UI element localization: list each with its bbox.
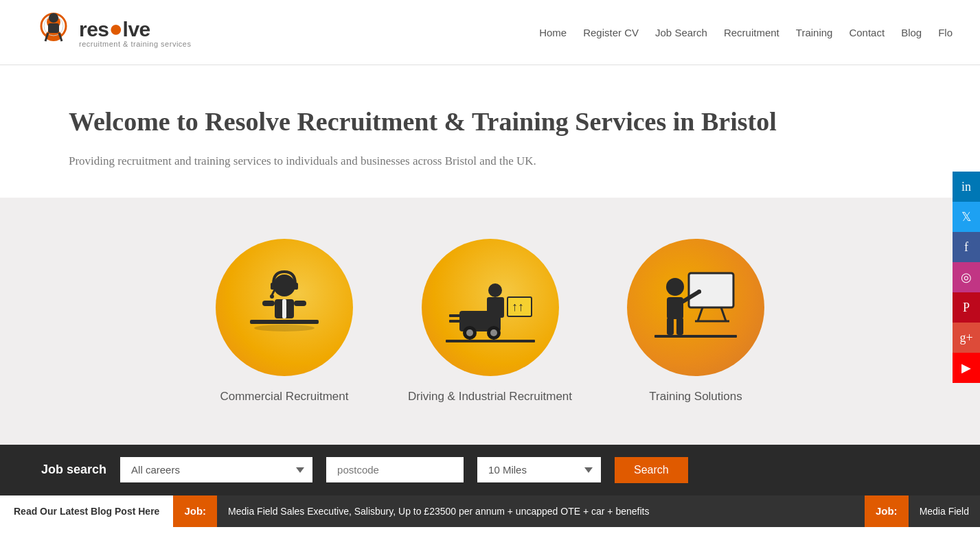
svg-text:↑↑: ↑↑ (512, 300, 524, 314)
ticker-job-badge-2: Job: (865, 495, 909, 527)
hero-title: Welcome to Resolve Recruitment & Trainin… (69, 106, 911, 138)
service-training-icon (627, 239, 764, 376)
svg-rect-17 (250, 320, 319, 324)
service-commercial-label: Commercial Recruitment (220, 390, 348, 404)
svg-point-4 (49, 13, 58, 23)
nav-recruitment[interactable]: Recruitment (724, 27, 779, 38)
service-driving-icon: ↑↑ (422, 239, 559, 376)
ticker-job-badge-1: Job: (173, 495, 217, 527)
svg-rect-5 (48, 23, 59, 33)
instagram-icon[interactable]: ◎ (953, 262, 980, 292)
logo-sub-text: recruitment & training services (79, 40, 191, 48)
svg-point-27 (490, 329, 497, 336)
service-commercial[interactable]: Commercial Recruitment (216, 239, 353, 404)
job-search-label: Job search (41, 463, 106, 477)
svg-rect-41 (654, 335, 737, 338)
svg-rect-39 (667, 318, 674, 335)
twitter-icon[interactable]: 𝕏 (953, 202, 980, 232)
svg-line-32 (698, 307, 703, 321)
svg-point-35 (666, 278, 684, 296)
logo-icon (27, 7, 79, 58)
service-training-label: Training Solutions (649, 390, 742, 404)
svg-rect-30 (446, 340, 535, 342)
miles-select[interactable]: 10 Miles 5 Miles 15 Miles 20 Miles 25 Mi… (477, 457, 601, 482)
main-nav: Home Register CV Job Search Recruitment … (539, 27, 953, 38)
nav-flo[interactable]: Flo (938, 27, 953, 38)
ticker-read-blog[interactable]: Read Our Latest Blog Post Here (0, 495, 173, 527)
svg-line-11 (272, 290, 275, 295)
hero-section: Welcome to Resolve Recruitment & Trainin… (0, 65, 980, 198)
svg-line-33 (721, 307, 726, 321)
site-header: res●lve recruitment & training services … (0, 0, 980, 65)
postcode-input[interactable] (326, 457, 464, 482)
svg-rect-36 (667, 297, 683, 319)
logo-text-block: res●lve recruitment & training services (79, 16, 191, 48)
pinterest-icon[interactable]: P (953, 292, 980, 323)
youtube-icon[interactable]: ▶ (953, 353, 980, 383)
nav-home[interactable]: Home (539, 27, 567, 38)
linkedin-icon[interactable]: in (953, 172, 980, 202)
facebook-icon[interactable]: f (953, 232, 980, 262)
social-sidebar: in 𝕏 f ◎ P g+ ▶ (953, 172, 980, 383)
job-search-bar: Job search All careers Commercial Drivin… (0, 445, 980, 495)
hero-subtitle: Providing recruitment and training servi… (69, 152, 549, 170)
svg-point-25 (466, 329, 473, 336)
logo-area[interactable]: res●lve recruitment & training services (27, 7, 191, 58)
ticker-right: Job: Media Field (660, 495, 980, 527)
svg-rect-15 (262, 301, 275, 306)
svg-rect-23 (449, 320, 463, 323)
svg-rect-16 (294, 301, 306, 306)
svg-rect-31 (689, 273, 733, 307)
svg-point-18 (254, 325, 315, 331)
ticker-bar: Read Our Latest Blog Post Here Job: Medi… (0, 495, 980, 527)
svg-rect-40 (676, 318, 683, 335)
svg-rect-22 (449, 314, 463, 317)
nav-job-search[interactable]: Job Search (655, 27, 707, 38)
svg-rect-9 (271, 283, 275, 290)
svg-point-12 (270, 294, 274, 299)
logo-main-text: res●lve (79, 16, 191, 40)
svg-point-8 (273, 275, 295, 296)
service-driving[interactable]: ↑↑ Driving & Industrial Recruitment (408, 239, 572, 404)
services-section: Commercial Recruitment (0, 198, 980, 445)
nav-blog[interactable]: Blog (901, 27, 922, 38)
search-button[interactable]: Search (615, 457, 688, 483)
service-commercial-icon (216, 239, 353, 376)
service-training[interactable]: Training Solutions (627, 239, 764, 404)
svg-rect-20 (487, 297, 504, 318)
nav-register-cv[interactable]: Register CV (583, 27, 639, 38)
nav-contact[interactable]: Contact (849, 27, 885, 38)
career-select[interactable]: All careers Commercial Driving Industria… (120, 457, 312, 482)
ticker-job-text-2: Media Field (909, 506, 980, 517)
ticker-job-text-1: Media Field Sales Executive, Salisbury, … (217, 506, 660, 517)
svg-rect-14 (282, 299, 286, 318)
service-driving-label: Driving & Industrial Recruitment (408, 390, 572, 404)
svg-point-21 (488, 283, 502, 297)
googleplus-icon[interactable]: g+ (953, 323, 980, 353)
svg-point-38 (697, 290, 701, 294)
nav-training[interactable]: Training (796, 27, 833, 38)
svg-rect-10 (294, 283, 298, 290)
